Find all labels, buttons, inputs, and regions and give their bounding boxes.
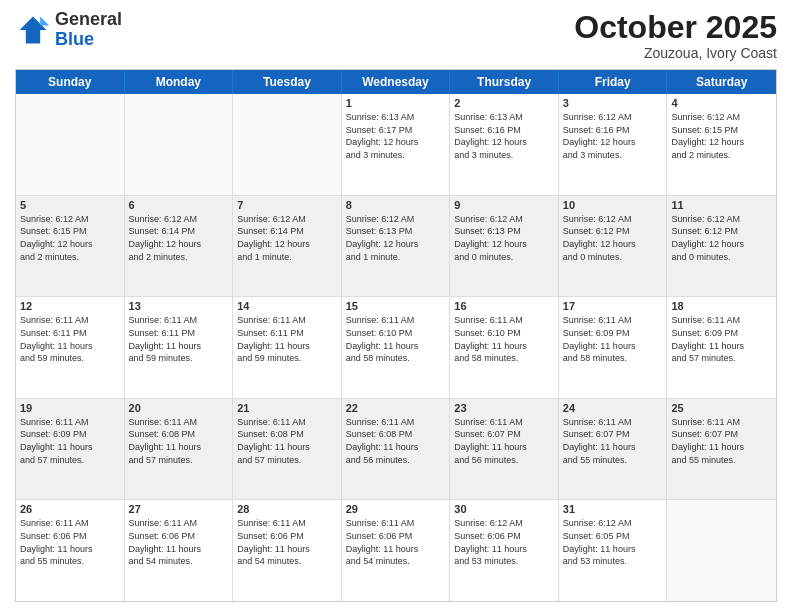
day-number: 27	[129, 503, 229, 515]
day-info: Sunrise: 6:11 AM Sunset: 6:11 PM Dayligh…	[20, 314, 120, 364]
calendar-cell: 31Sunrise: 6:12 AM Sunset: 6:05 PM Dayli…	[559, 500, 668, 601]
day-number: 28	[237, 503, 337, 515]
weekday-header: Sunday	[16, 70, 125, 94]
day-info: Sunrise: 6:11 AM Sunset: 6:08 PM Dayligh…	[129, 416, 229, 466]
location: Zouzoua, Ivory Coast	[574, 45, 777, 61]
day-info: Sunrise: 6:13 AM Sunset: 6:16 PM Dayligh…	[454, 111, 554, 161]
calendar-cell: 22Sunrise: 6:11 AM Sunset: 6:08 PM Dayli…	[342, 399, 451, 500]
day-number: 10	[563, 199, 663, 211]
calendar-cell: 10Sunrise: 6:12 AM Sunset: 6:12 PM Dayli…	[559, 196, 668, 297]
calendar-cell: 9Sunrise: 6:12 AM Sunset: 6:13 PM Daylig…	[450, 196, 559, 297]
day-number: 31	[563, 503, 663, 515]
day-number: 4	[671, 97, 772, 109]
calendar-cell: 30Sunrise: 6:12 AM Sunset: 6:06 PM Dayli…	[450, 500, 559, 601]
weekday-header: Tuesday	[233, 70, 342, 94]
day-info: Sunrise: 6:12 AM Sunset: 6:06 PM Dayligh…	[454, 517, 554, 567]
calendar-cell: 24Sunrise: 6:11 AM Sunset: 6:07 PM Dayli…	[559, 399, 668, 500]
weekday-header: Wednesday	[342, 70, 451, 94]
calendar-cell: 27Sunrise: 6:11 AM Sunset: 6:06 PM Dayli…	[125, 500, 234, 601]
day-info: Sunrise: 6:12 AM Sunset: 6:14 PM Dayligh…	[237, 213, 337, 263]
calendar-cell: 17Sunrise: 6:11 AM Sunset: 6:09 PM Dayli…	[559, 297, 668, 398]
day-number: 23	[454, 402, 554, 414]
calendar-cell: 5Sunrise: 6:12 AM Sunset: 6:15 PM Daylig…	[16, 196, 125, 297]
day-info: Sunrise: 6:11 AM Sunset: 6:06 PM Dayligh…	[346, 517, 446, 567]
calendar-cell: 11Sunrise: 6:12 AM Sunset: 6:12 PM Dayli…	[667, 196, 776, 297]
day-number: 20	[129, 402, 229, 414]
day-number: 22	[346, 402, 446, 414]
calendar: SundayMondayTuesdayWednesdayThursdayFrid…	[15, 69, 777, 602]
calendar-cell: 3Sunrise: 6:12 AM Sunset: 6:16 PM Daylig…	[559, 94, 668, 195]
day-number: 15	[346, 300, 446, 312]
day-number: 12	[20, 300, 120, 312]
day-info: Sunrise: 6:11 AM Sunset: 6:09 PM Dayligh…	[671, 314, 772, 364]
day-number: 5	[20, 199, 120, 211]
day-number: 14	[237, 300, 337, 312]
day-info: Sunrise: 6:11 AM Sunset: 6:10 PM Dayligh…	[346, 314, 446, 364]
day-info: Sunrise: 6:11 AM Sunset: 6:07 PM Dayligh…	[671, 416, 772, 466]
day-number: 2	[454, 97, 554, 109]
calendar-cell: 6Sunrise: 6:12 AM Sunset: 6:14 PM Daylig…	[125, 196, 234, 297]
calendar-cell: 20Sunrise: 6:11 AM Sunset: 6:08 PM Dayli…	[125, 399, 234, 500]
day-info: Sunrise: 6:12 AM Sunset: 6:12 PM Dayligh…	[563, 213, 663, 263]
calendar-cell: 14Sunrise: 6:11 AM Sunset: 6:11 PM Dayli…	[233, 297, 342, 398]
calendar-row: 5Sunrise: 6:12 AM Sunset: 6:15 PM Daylig…	[16, 196, 776, 298]
day-number: 29	[346, 503, 446, 515]
header: General Blue October 2025 Zouzoua, Ivory…	[15, 10, 777, 61]
day-info: Sunrise: 6:13 AM Sunset: 6:17 PM Dayligh…	[346, 111, 446, 161]
day-info: Sunrise: 6:11 AM Sunset: 6:11 PM Dayligh…	[129, 314, 229, 364]
day-number: 3	[563, 97, 663, 109]
day-info: Sunrise: 6:11 AM Sunset: 6:07 PM Dayligh…	[454, 416, 554, 466]
day-number: 9	[454, 199, 554, 211]
day-number: 6	[129, 199, 229, 211]
calendar-cell: 16Sunrise: 6:11 AM Sunset: 6:10 PM Dayli…	[450, 297, 559, 398]
day-number: 8	[346, 199, 446, 211]
day-number: 21	[237, 402, 337, 414]
calendar-body: 1Sunrise: 6:13 AM Sunset: 6:17 PM Daylig…	[16, 94, 776, 601]
weekday-header: Monday	[125, 70, 234, 94]
calendar-cell	[125, 94, 234, 195]
day-number: 25	[671, 402, 772, 414]
day-info: Sunrise: 6:12 AM Sunset: 6:13 PM Dayligh…	[454, 213, 554, 263]
weekday-header: Saturday	[667, 70, 776, 94]
day-info: Sunrise: 6:12 AM Sunset: 6:16 PM Dayligh…	[563, 111, 663, 161]
day-number: 11	[671, 199, 772, 211]
calendar-cell: 18Sunrise: 6:11 AM Sunset: 6:09 PM Dayli…	[667, 297, 776, 398]
day-info: Sunrise: 6:11 AM Sunset: 6:11 PM Dayligh…	[237, 314, 337, 364]
day-info: Sunrise: 6:11 AM Sunset: 6:08 PM Dayligh…	[346, 416, 446, 466]
day-number: 17	[563, 300, 663, 312]
weekday-header: Friday	[559, 70, 668, 94]
calendar-cell: 7Sunrise: 6:12 AM Sunset: 6:14 PM Daylig…	[233, 196, 342, 297]
day-number: 18	[671, 300, 772, 312]
day-info: Sunrise: 6:11 AM Sunset: 6:06 PM Dayligh…	[20, 517, 120, 567]
calendar-cell: 1Sunrise: 6:13 AM Sunset: 6:17 PM Daylig…	[342, 94, 451, 195]
calendar-cell: 2Sunrise: 6:13 AM Sunset: 6:16 PM Daylig…	[450, 94, 559, 195]
day-info: Sunrise: 6:12 AM Sunset: 6:14 PM Dayligh…	[129, 213, 229, 263]
calendar-cell	[16, 94, 125, 195]
calendar-cell: 29Sunrise: 6:11 AM Sunset: 6:06 PM Dayli…	[342, 500, 451, 601]
day-info: Sunrise: 6:11 AM Sunset: 6:06 PM Dayligh…	[237, 517, 337, 567]
calendar-cell: 12Sunrise: 6:11 AM Sunset: 6:11 PM Dayli…	[16, 297, 125, 398]
calendar-cell: 13Sunrise: 6:11 AM Sunset: 6:11 PM Dayli…	[125, 297, 234, 398]
calendar-cell: 28Sunrise: 6:11 AM Sunset: 6:06 PM Dayli…	[233, 500, 342, 601]
day-number: 24	[563, 402, 663, 414]
day-number: 26	[20, 503, 120, 515]
day-number: 30	[454, 503, 554, 515]
day-info: Sunrise: 6:12 AM Sunset: 6:13 PM Dayligh…	[346, 213, 446, 263]
calendar-cell: 26Sunrise: 6:11 AM Sunset: 6:06 PM Dayli…	[16, 500, 125, 601]
calendar-header: SundayMondayTuesdayWednesdayThursdayFrid…	[16, 70, 776, 94]
calendar-cell: 4Sunrise: 6:12 AM Sunset: 6:15 PM Daylig…	[667, 94, 776, 195]
day-number: 13	[129, 300, 229, 312]
day-info: Sunrise: 6:11 AM Sunset: 6:07 PM Dayligh…	[563, 416, 663, 466]
day-info: Sunrise: 6:11 AM Sunset: 6:09 PM Dayligh…	[563, 314, 663, 364]
day-info: Sunrise: 6:11 AM Sunset: 6:09 PM Dayligh…	[20, 416, 120, 466]
calendar-row: 1Sunrise: 6:13 AM Sunset: 6:17 PM Daylig…	[16, 94, 776, 196]
day-info: Sunrise: 6:11 AM Sunset: 6:06 PM Dayligh…	[129, 517, 229, 567]
weekday-header: Thursday	[450, 70, 559, 94]
day-info: Sunrise: 6:11 AM Sunset: 6:10 PM Dayligh…	[454, 314, 554, 364]
day-number: 16	[454, 300, 554, 312]
day-number: 1	[346, 97, 446, 109]
calendar-row: 12Sunrise: 6:11 AM Sunset: 6:11 PM Dayli…	[16, 297, 776, 399]
day-number: 7	[237, 199, 337, 211]
logo-general-text: General	[55, 10, 122, 30]
day-info: Sunrise: 6:11 AM Sunset: 6:08 PM Dayligh…	[237, 416, 337, 466]
